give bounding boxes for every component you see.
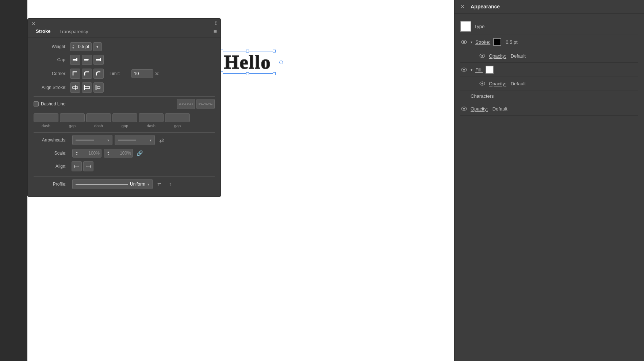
weight-label: Weight: xyxy=(34,44,66,49)
tab-transparency[interactable]: Transparency xyxy=(55,26,92,37)
limit-input[interactable] xyxy=(131,69,153,78)
divider-3 xyxy=(34,176,215,177)
corner-miter-btn[interactable] xyxy=(70,69,80,79)
arrowhead-end-line xyxy=(118,140,136,140)
handle-top-mid[interactable] xyxy=(246,50,249,53)
weight-value[interactable]: 0.5 pt xyxy=(76,44,91,49)
bottom-opacity-visibility-icon[interactable] xyxy=(460,105,468,112)
gap3-input[interactable] xyxy=(165,113,190,122)
stroke-panel-collapse-icon[interactable]: ⟪ xyxy=(215,21,217,26)
tab-stroke[interactable]: Stroke xyxy=(31,26,55,38)
corner-round-btn[interactable] xyxy=(82,69,92,79)
align-end-btn[interactable] xyxy=(83,161,93,171)
weight-down-arrow[interactable]: ▼ xyxy=(72,47,74,49)
type-color-swatch[interactable] xyxy=(460,21,471,32)
scale-label: Scale: xyxy=(34,151,66,156)
gap3-label: gap xyxy=(174,124,181,128)
dash3-label: dash xyxy=(147,124,156,128)
dash2-input[interactable] xyxy=(86,113,111,122)
handle-bottom-mid[interactable] xyxy=(246,72,249,75)
appearance-stroke-row: ▾ Stroke: 0.5 pt xyxy=(460,35,638,49)
arrowhead-end-select[interactable]: ▾ xyxy=(115,135,155,145)
scale1-down[interactable]: ▼ xyxy=(76,153,78,156)
stroke-expand-icon[interactable]: ▾ xyxy=(471,40,472,44)
dash1-input[interactable] xyxy=(34,113,58,122)
appearance-close-icon[interactable]: ✕ xyxy=(460,4,465,9)
fill-expand-icon[interactable]: ▾ xyxy=(471,68,472,72)
align-inside-btn[interactable] xyxy=(82,82,92,93)
hello-object[interactable]: Hello xyxy=(221,51,274,74)
dash1-label: dash xyxy=(42,124,50,128)
fill-color-swatch[interactable] xyxy=(486,66,494,74)
arrowheads-row: Arrowheads: ▾ ▾ ⇄ xyxy=(34,135,215,145)
weight-dropdown[interactable]: ▾ xyxy=(93,42,102,51)
dash-input-3: dash xyxy=(139,113,164,128)
dashed-pattern-1[interactable] xyxy=(177,99,195,109)
appearance-body: Type ▾ Stroke: 0.5 pt Opacity xyxy=(455,13,644,120)
fill-opacity-label[interactable]: Opacity: xyxy=(489,81,506,86)
stroke-panel-menu-icon[interactable]: ≡ xyxy=(214,28,217,35)
dash3-input[interactable] xyxy=(139,113,164,122)
svg-point-20 xyxy=(463,41,465,43)
align-center-btn[interactable] xyxy=(70,82,80,93)
appearance-panel: ✕ Appearance Type ▾ Stroke: 0.5 pt xyxy=(454,0,644,361)
fill-opacity-visibility-icon[interactable] xyxy=(479,80,486,87)
align-stroke-row: Align Stroke: xyxy=(34,82,215,93)
dash-input-2: dash xyxy=(86,113,111,128)
weight-up-arrow[interactable]: ▲ xyxy=(72,44,74,47)
weight-spinner-arrows: ▲ ▼ xyxy=(70,43,76,50)
arrowhead-end-chevron: ▾ xyxy=(150,138,152,142)
cap-butt-btn[interactable] xyxy=(70,55,80,65)
handle-bottom-right[interactable] xyxy=(273,72,276,75)
stroke-visibility-icon[interactable] xyxy=(460,38,468,46)
dash-input-1: dash xyxy=(34,113,58,128)
stroke-opacity-label[interactable]: Opacity: xyxy=(489,53,506,59)
align-outside-btn[interactable] xyxy=(93,82,104,93)
direction-handle[interactable] xyxy=(279,61,283,64)
corner-row: Corner: Limit: xyxy=(34,69,215,79)
scale2-down[interactable]: ▼ xyxy=(107,153,110,156)
scale2-input[interactable] xyxy=(111,151,131,156)
weight-input-group: ▲ ▼ 0.5 pt ▾ xyxy=(70,42,102,51)
profile-flip-v-btn[interactable]: ↕ xyxy=(166,180,175,189)
svg-point-24 xyxy=(463,69,465,71)
fill-visibility-icon[interactable] xyxy=(460,66,468,73)
cap-round-btn[interactable] xyxy=(82,55,92,65)
stroke-panel-titlebar-left: ✕ xyxy=(31,21,36,26)
stroke-color-swatch[interactable] xyxy=(493,38,501,46)
gap1-input[interactable] xyxy=(60,113,85,122)
scale-input-1-group: ▲ ▼ xyxy=(72,149,101,158)
limit-close-icon[interactable]: ✕ xyxy=(155,71,159,77)
handle-top-right[interactable] xyxy=(273,50,276,53)
dash-gap-row: dash gap dash gap dash gap xyxy=(34,113,215,128)
scale-row: Scale: ▲ ▼ ▲ ▼ 🔗 xyxy=(34,149,215,158)
arrowhead-start-select[interactable]: ▾ xyxy=(72,135,112,145)
scale1-spinner-arrows: ▲ ▼ xyxy=(74,150,80,156)
scale-link-icon[interactable]: 🔗 xyxy=(137,150,143,156)
stroke-opacity-visibility-icon[interactable] xyxy=(479,52,486,59)
scale2-up[interactable]: ▲ xyxy=(107,151,110,153)
cap-square-btn[interactable] xyxy=(93,55,104,65)
fill-opacity-row: Opacity: Default xyxy=(460,77,638,90)
bottom-opacity-label[interactable]: Opacity: xyxy=(471,106,488,112)
gap1-label: gap xyxy=(69,124,76,128)
svg-rect-0 xyxy=(73,59,76,61)
align-start-btn[interactable] xyxy=(72,161,82,171)
gap2-input[interactable] xyxy=(112,113,137,122)
stroke-row-label[interactable]: Stroke: xyxy=(475,39,490,45)
fill-row-label[interactable]: Fill: xyxy=(475,67,483,73)
appearance-title: Appearance xyxy=(471,4,500,9)
stroke-panel-body: Weight: ▲ ▼ 0.5 pt ▾ Cap: xyxy=(28,38,221,197)
scale1-input[interactable] xyxy=(80,151,100,156)
dashed-pattern-2[interactable] xyxy=(196,99,215,109)
svg-rect-7 xyxy=(84,86,89,89)
corner-bevel-btn[interactable] xyxy=(93,69,104,79)
dashed-checkbox[interactable] xyxy=(34,101,39,106)
weight-spinner[interactable]: ▲ ▼ 0.5 pt xyxy=(70,42,92,51)
scale1-up[interactable]: ▲ xyxy=(76,151,78,153)
profile-select[interactable]: Uniform ▾ xyxy=(72,179,153,189)
arrowhead-start-chevron: ▾ xyxy=(107,138,109,142)
stroke-panel-close-icon[interactable]: ✕ xyxy=(31,21,36,26)
arrowhead-swap-btn[interactable]: ⇄ xyxy=(157,136,166,144)
profile-flip-h-btn[interactable]: ⇄ xyxy=(155,180,164,189)
